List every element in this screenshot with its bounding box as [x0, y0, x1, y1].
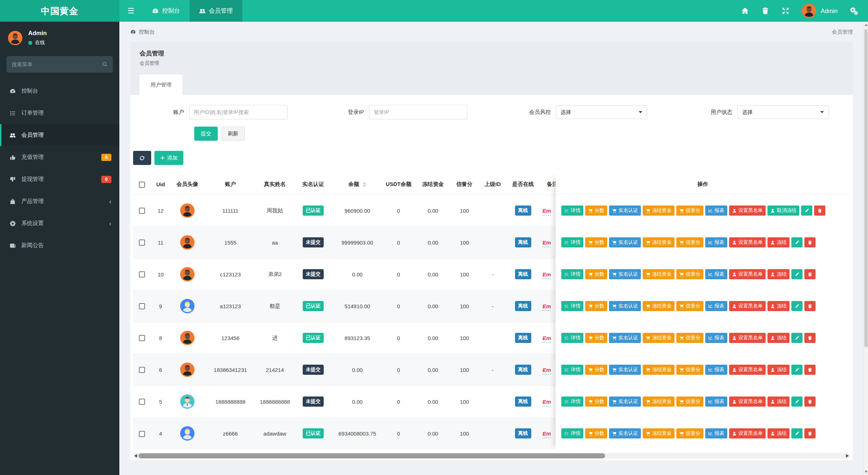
credit-score-button[interactable]: 信誉分: [676, 205, 703, 216]
detail-button[interactable]: 详情: [561, 269, 583, 279]
risk-select[interactable]: 选择: [556, 105, 647, 119]
edit-button[interactable]: [791, 365, 803, 375]
row-checkbox[interactable]: [139, 239, 145, 246]
credit-score-button[interactable]: 信誉分: [676, 365, 703, 375]
score-button[interactable]: 分数: [585, 237, 607, 247]
blacklist-button[interactable]: 设置黑名单: [729, 269, 766, 279]
realname-verify-button[interactable]: 实名认证: [609, 237, 641, 247]
member-avatar[interactable]: [180, 394, 195, 409]
note-empty-text[interactable]: Em: [542, 208, 551, 215]
breadcrumb-dashboard[interactable]: 控制台: [130, 29, 155, 35]
delete-button[interactable]: [804, 396, 816, 407]
delete-button[interactable]: [804, 428, 816, 438]
vertical-scrollbar[interactable]: [864, 22, 868, 475]
sidebar-item-members[interactable]: 会员管理: [0, 124, 119, 146]
realname-verify-button[interactable]: 实名认证: [609, 428, 641, 438]
settings-gears-icon[interactable]: [850, 7, 858, 15]
realname-verify-button[interactable]: 实名认证: [609, 365, 641, 375]
sidebar-item-news[interactable]: 新闻公告: [0, 234, 119, 256]
scroll-down-arrow-icon[interactable]: [865, 471, 868, 473]
sidebar-item-recharge[interactable]: 充值管理 0: [0, 146, 119, 168]
note-empty-text[interactable]: Em: [542, 303, 551, 311]
sidebar-search-input[interactable]: [12, 62, 102, 67]
delete-button[interactable]: [804, 333, 816, 343]
note-empty-text[interactable]: Em: [542, 239, 551, 247]
score-button[interactable]: 分数: [585, 365, 607, 375]
freeze-toggle-button[interactable]: 冻结: [767, 396, 790, 407]
freeze-funds-button[interactable]: 冻结资金: [643, 301, 675, 311]
detail-button[interactable]: 详情: [561, 365, 583, 375]
horizontal-scrollbar[interactable]: [133, 453, 850, 459]
tab-user-management[interactable]: 用户管理: [140, 75, 182, 95]
detail-button[interactable]: 详情: [561, 333, 583, 343]
blacklist-button[interactable]: 设置黑名单: [729, 237, 766, 247]
note-empty-text[interactable]: Em: [542, 431, 551, 438]
blacklist-button[interactable]: 设置黑名单: [729, 396, 766, 407]
note-empty-text[interactable]: Em: [542, 399, 551, 406]
freeze-toggle-button[interactable]: 冻结: [767, 333, 790, 343]
row-checkbox[interactable]: [139, 399, 145, 405]
freeze-funds-button[interactable]: 冻结资金: [643, 269, 675, 279]
freeze-toggle-button[interactable]: 冻结: [767, 269, 790, 279]
account-search-input[interactable]: [189, 105, 288, 119]
realname-verify-button[interactable]: 实名认证: [609, 396, 641, 407]
detail-button[interactable]: 详情: [561, 396, 583, 407]
edit-button[interactable]: [801, 205, 812, 216]
freeze-toggle-button[interactable]: 取消冻结: [767, 205, 799, 216]
realname-verify-button[interactable]: 实名认证: [609, 333, 641, 343]
note-empty-text[interactable]: Em: [542, 271, 551, 279]
trash-icon[interactable]: [761, 7, 769, 15]
member-avatar[interactable]: [180, 203, 195, 218]
delete-button[interactable]: [804, 365, 816, 375]
report-button[interactable]: 报表: [705, 396, 727, 407]
freeze-toggle-button[interactable]: 冻结: [767, 428, 790, 438]
edit-button[interactable]: [791, 428, 803, 438]
scroll-right-arrow-icon[interactable]: [846, 454, 849, 458]
report-button[interactable]: 报表: [705, 428, 727, 438]
edit-button[interactable]: [791, 269, 803, 279]
note-empty-text[interactable]: Em: [542, 335, 551, 343]
home-icon[interactable]: [741, 7, 749, 15]
report-button[interactable]: 报表: [705, 205, 727, 216]
scroll-left-arrow-icon[interactable]: [134, 454, 137, 458]
report-button[interactable]: 报表: [705, 301, 727, 311]
row-checkbox[interactable]: [139, 431, 145, 437]
edit-button[interactable]: [791, 301, 803, 311]
score-button[interactable]: 分数: [585, 269, 607, 279]
row-checkbox[interactable]: [139, 335, 145, 341]
scroll-up-arrow-icon[interactable]: [865, 24, 868, 26]
horizontal-scroll-thumb[interactable]: [139, 453, 605, 458]
delete-button[interactable]: [804, 269, 816, 279]
row-checkbox[interactable]: [139, 303, 145, 309]
row-checkbox[interactable]: [139, 271, 145, 277]
vertical-scroll-thumb[interactable]: [864, 29, 868, 347]
row-checkbox[interactable]: [139, 208, 145, 214]
sidebar-toggle-button[interactable]: ☰: [119, 0, 142, 22]
edit-button[interactable]: [791, 333, 803, 343]
score-button[interactable]: 分数: [585, 333, 607, 343]
credit-score-button[interactable]: 信誉分: [676, 333, 703, 343]
realname-verify-button[interactable]: 实名认证: [609, 269, 641, 279]
credit-score-button[interactable]: 信誉分: [676, 237, 703, 247]
sidebar-item-withdraw[interactable]: 提现管理 0: [0, 168, 119, 190]
sidebar-item-products[interactable]: 产品管理 ‹: [0, 190, 119, 212]
freeze-funds-button[interactable]: 冻结资金: [643, 237, 675, 247]
user-menu[interactable]: Admin: [802, 4, 838, 18]
blacklist-button[interactable]: 设置黑名单: [729, 428, 766, 438]
credit-score-button[interactable]: 信誉分: [676, 269, 703, 279]
freeze-funds-button[interactable]: 冻结资金: [643, 333, 675, 343]
fullscreen-icon[interactable]: [782, 7, 790, 15]
report-button[interactable]: 报表: [705, 269, 727, 279]
select-all-checkbox[interactable]: [139, 182, 145, 188]
edit-button[interactable]: [791, 237, 803, 247]
score-button[interactable]: 分数: [585, 205, 607, 216]
freeze-funds-button[interactable]: 冻结资金: [643, 428, 675, 438]
member-avatar[interactable]: [180, 235, 195, 250]
freeze-toggle-button[interactable]: 冻结: [767, 301, 790, 311]
refresh-button[interactable]: 刷新: [221, 127, 245, 141]
add-button[interactable]: 添加: [154, 151, 183, 165]
detail-button[interactable]: 详情: [561, 428, 583, 438]
submit-button[interactable]: 提交: [194, 127, 218, 141]
blacklist-button[interactable]: 设置黑名单: [729, 365, 766, 375]
credit-score-button[interactable]: 信誉分: [676, 301, 703, 311]
